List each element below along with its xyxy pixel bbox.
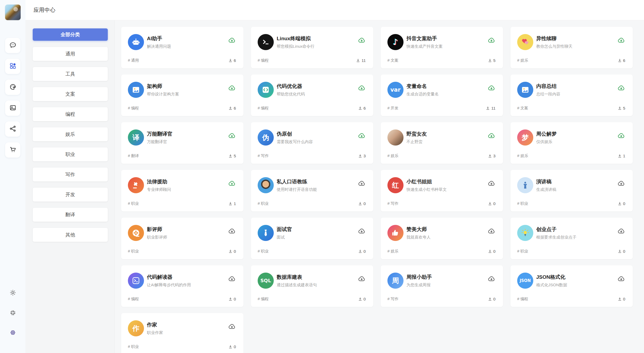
app-card[interactable]: 法律援助专业律师顾问# 职业1 [121, 170, 243, 211]
category-all-active[interactable]: 全部分类 [33, 28, 108, 41]
cloud-download-button[interactable] [228, 180, 236, 188]
cloud-download-button[interactable] [358, 180, 366, 188]
icon-glyph: ♪ [393, 38, 398, 46]
cloud-download-button[interactable] [617, 227, 625, 235]
category-7[interactable]: 写作 [33, 168, 108, 181]
cloud-download-button[interactable] [487, 36, 495, 44]
cloud-download-button[interactable] [617, 36, 625, 44]
cloud-download-button[interactable] [228, 36, 236, 44]
app-description: 面试 [277, 235, 352, 240]
app-card[interactable]: 代码解读器让AI解释每步代码的作用# 编程0 [121, 265, 243, 307]
rail-item-apps-grid[interactable] [5, 59, 20, 74]
app-title: Linux终端模拟 [277, 35, 352, 42]
cloud-download-button[interactable] [228, 84, 236, 92]
cloud-download-button[interactable] [617, 132, 625, 140]
app-description: 需要我改写什么内容 [277, 139, 352, 144]
app-card[interactable]: 代码优化器帮助您优化代码# 编程6 [251, 75, 373, 116]
category-5[interactable]: 娱乐 [33, 127, 108, 141]
rail-item-share[interactable] [5, 121, 20, 137]
app-card-foot: # 职业0 [258, 201, 366, 206]
app-card[interactable]: 作作家职业作家# 职业0 [121, 313, 243, 353]
app-description: 帮助您优化代码 [277, 92, 352, 97]
app-card[interactable]: 异性续聊教你怎么与异性聊天# 娱乐6 [510, 27, 633, 68]
app-card[interactable]: AI助手解决通用问题# 通用6 [121, 27, 243, 68]
cloud-download-button[interactable] [358, 132, 366, 140]
download-count-icon [358, 297, 362, 301]
app-card[interactable]: 野蛮女友不止野蛮# 娱乐3 [381, 122, 503, 164]
cloud-download-button[interactable] [487, 275, 495, 283]
download-count-value: 11 [361, 58, 366, 63]
cloud-download-button[interactable] [228, 275, 236, 283]
cloud-download-button[interactable] [358, 275, 366, 283]
app-title: 野蛮女友 [406, 131, 482, 138]
avatar[interactable] [5, 5, 21, 20]
app-card[interactable]: 梦周公解梦仅供娱乐# 娱乐1 [510, 122, 633, 164]
category-3[interactable]: 文案 [33, 87, 108, 101]
app-card[interactable]: 演讲稿生成演讲稿# 职业0 [510, 170, 633, 211]
app-card[interactable]: JSONJSON格式化格式化JSON数据# 编程0 [510, 265, 633, 307]
category-6[interactable]: 职业 [33, 147, 108, 161]
app-title: 代码解读器 [147, 274, 222, 281]
weekly-report-icon: 周 [387, 273, 404, 289]
app-card[interactable]: 赞美大师我就喜欢夸人# 娱乐0 [381, 218, 503, 259]
category-1[interactable]: 通用 [33, 47, 108, 61]
download-count: 5 [228, 154, 236, 158]
share-icon [9, 125, 17, 133]
cloud-download-button[interactable] [487, 227, 495, 235]
download-count-value: 5 [234, 154, 236, 158]
app-card[interactable]: 创业点子根据要求生成创业点子# 职业0 [510, 218, 633, 259]
cloud-download-button[interactable] [617, 275, 625, 283]
cloud-download-button[interactable] [617, 180, 625, 188]
category-10[interactable]: 其他 [33, 228, 108, 242]
cloud-download-button[interactable] [358, 227, 366, 235]
app-card[interactable]: 译万能翻译官万能翻译官# 翻译5 [121, 122, 243, 164]
app-card[interactable]: 周周报小助手为您生成周报# 写作0 [381, 265, 503, 307]
app-card-foot: # 职业0 [128, 344, 236, 349]
download-count: 3 [358, 154, 366, 158]
category-9[interactable]: 翻译 [33, 208, 108, 222]
rail-item-settings[interactable] [9, 329, 17, 337]
cloud-download-button[interactable] [487, 84, 495, 92]
cloud-download-button[interactable] [228, 132, 236, 140]
rail-item-sun[interactable] [9, 289, 17, 297]
app-card[interactable]: ♪抖音文案助手快速生成产抖音文案# 文案5 [381, 27, 503, 68]
app-card[interactable]: 内容总结总结一段内容# 文案5 [510, 75, 633, 116]
rail-item-collapse[interactable] [9, 309, 17, 317]
cloud-download-button[interactable] [358, 84, 366, 92]
download-count-icon [486, 106, 490, 110]
rail-item-palette[interactable] [5, 80, 20, 95]
app-card[interactable]: var变量命名生成合适的变量名# 开发11 [381, 75, 503, 116]
app-card[interactable]: 私人口语教练使用时请打开语音功能# 职业0 [251, 170, 373, 211]
app-title: 内容总结 [536, 83, 611, 90]
app-card[interactable]: 架构师帮你设计架构方案# 编程6 [121, 75, 243, 116]
apps-grid-icon [9, 62, 17, 70]
cloud-download-button[interactable] [617, 84, 625, 92]
download-count: 0 [488, 249, 495, 254]
app-card-foot: # 职业0 [128, 249, 236, 254]
rail-item-image[interactable] [5, 101, 20, 116]
app-card[interactable]: 面试官面试# 职业0 [251, 218, 373, 259]
category-8[interactable]: 开发 [33, 188, 108, 202]
cloud-download-button[interactable] [487, 132, 495, 140]
app-category-tag: # 文案 [517, 106, 528, 111]
app-description: 通过描述生成建表语句 [277, 283, 352, 288]
thumbs-up-icon [387, 225, 404, 241]
download-count: 6 [358, 106, 366, 110]
cart-icon [9, 146, 17, 154]
cloud-download-button[interactable] [228, 227, 236, 235]
app-category-tag: # 职业 [258, 249, 269, 254]
rail-item-cart[interactable] [5, 142, 20, 158]
app-card[interactable]: SQL数据库建表通过描述生成建表语句# 编程0 [251, 265, 373, 307]
rail-item-chat[interactable] [5, 38, 20, 53]
cloud-download-button[interactable] [228, 323, 236, 331]
app-description: 不止野蛮 [406, 139, 482, 144]
app-card[interactable]: Linux终端模拟帮您模拟Linux命令行# 编程11 [251, 27, 373, 68]
app-card[interactable]: 红小红书姐姐快速生成小红书种草文# 写作0 [381, 170, 503, 211]
download-count-value: 11 [491, 106, 495, 110]
category-2[interactable]: 工具 [33, 67, 108, 81]
app-card[interactable]: 影评师职业影评师# 职业0 [121, 218, 243, 259]
category-4[interactable]: 编程 [33, 107, 108, 121]
app-card[interactable]: 伪伪原创需要我改写什么内容# 写作3 [251, 122, 373, 164]
cloud-download-button[interactable] [487, 180, 495, 188]
cloud-download-button[interactable] [358, 36, 366, 44]
